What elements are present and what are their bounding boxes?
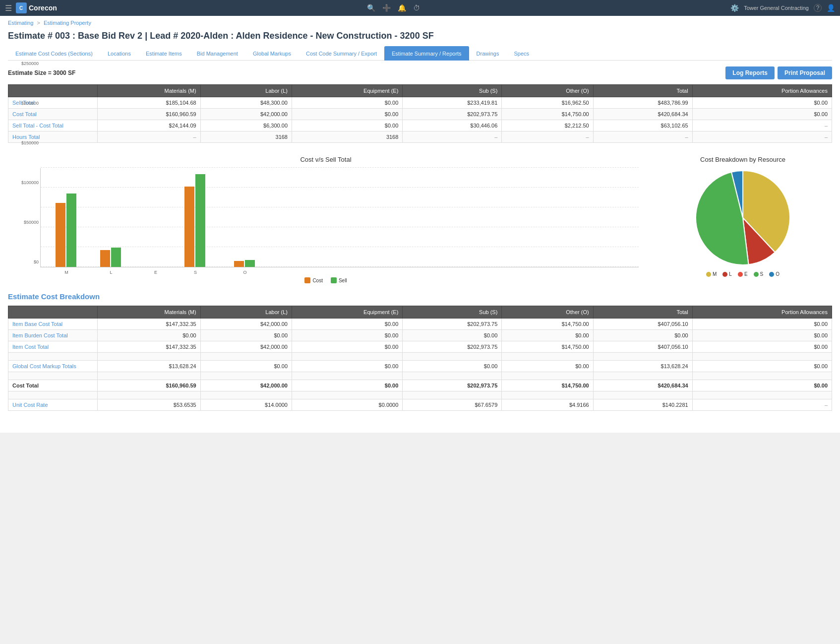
row-value: – [593,131,692,143]
cb-col-header-materials: Materials (M) [98,306,201,319]
legend-sell-label: Sell [339,278,347,283]
cb-row-label: Unit Cost Rate [8,399,98,411]
cb-row-value: $407,056.10 [593,341,692,353]
sell-bar [195,174,205,267]
row-value: $160,960.59 [98,109,201,120]
clock-icon[interactable]: ⏱ [413,4,420,12]
tab-cost-code-summary[interactable]: Cost Code Summary / Export [299,46,384,61]
breadcrumb-estimating[interactable]: Estimating [8,20,33,26]
cb-row-value: $0.00 [502,361,593,372]
tab-global-markups[interactable]: Global Markups [245,46,299,61]
cb-row-value: $0.00 [692,319,832,330]
tab-estimate-cost-codes[interactable]: Estimate Cost Codes (Sections) [8,46,100,61]
cb-row-label: Item Burden Cost Total [8,330,98,341]
cb-row-value: $14.0000 [200,399,292,411]
tab-specs[interactable]: Specs [506,46,537,61]
pie-legend-item: E [738,271,748,277]
svg-text:C: C [19,5,23,11]
cb-col-header-label [8,306,98,319]
logo-icon: C [16,2,27,13]
summary-table-header-row: Materials (M) Labor (L) Equipment (E) Su… [8,85,832,97]
cb-col-header-sub: Sub (S) [403,306,502,319]
bar-y-label: $50000 [24,220,39,225]
cb-row-value: $0.00 [593,330,692,341]
tab-locations[interactable]: Locations [100,46,138,61]
cb-row-value: $67.6579 [403,399,502,411]
sell-bar [111,248,121,267]
row-value: – [403,131,502,143]
cb-row-label: Item Cost Total [8,341,98,353]
action-buttons: Log Reports Print Proposal [725,66,832,79]
row-value: $0.00 [292,109,403,120]
cost-breakdown-row: Cost Total$160,960.59$42,000.00$0.00$202… [8,380,832,391]
settings-icon[interactable]: ⚙️ [730,4,739,12]
cb-row-value: $0.00 [200,330,292,341]
log-reports-button[interactable]: Log Reports [725,66,775,79]
cb-row-value: $140.2281 [593,399,692,411]
add-icon[interactable]: ➕ [382,4,391,12]
pie-legend-item: S [754,271,764,277]
bar-y-label: $200000 [21,101,39,106]
cost-bar [184,187,194,267]
bar-y-label: $250000 [21,61,39,66]
search-icon[interactable]: 🔍 [367,4,375,12]
notification-icon[interactable]: 🔔 [398,4,406,12]
cb-row-value: $420,684.34 [593,380,692,391]
cb-row-value: $407,056.10 [593,319,692,330]
cb-row-value: $0.00 [502,330,593,341]
cb-row-value: $0.00 [403,361,502,372]
print-proposal-button[interactable]: Print Proposal [778,66,832,79]
user-icon[interactable]: 👤 [827,4,835,12]
sell-bar [66,193,76,267]
cost-breakdown-header-row: Materials (M) Labor (L) Equipment (E) Su… [8,306,832,319]
charts-section: Cost v/s Sell Total $250000$200000$15000… [8,151,832,282]
summary-table-row: Sell Total - Cost Total$24,144.09$6,300.… [8,120,832,131]
bar-x-label: L [110,270,112,275]
row-value: $48,300.00 [200,97,292,109]
cost-breakdown-title: Estimate Cost Breakdown [8,292,832,301]
cb-row-value: $202,973.75 [403,341,502,353]
row-label: Cost Total [8,109,98,120]
cb-row-value: $0.00 [692,380,832,391]
cb-row-label: Cost Total [8,380,98,391]
col-header-other: Other (O) [502,85,593,97]
cb-row-value: $147,332.35 [98,319,201,330]
cb-row-value: $160,960.59 [98,380,201,391]
tab-bid-management[interactable]: Bid Management [189,46,245,61]
row-value: $30,446.06 [403,120,502,131]
legend-cost-dot [304,277,310,283]
cb-row-value: $0.00 [292,319,403,330]
row-value: $483,786.99 [593,97,692,109]
cb-row-value: $0.00 [692,330,832,341]
bar-chart: $250000$200000$150000$100000$50000$0MLES… [13,168,639,277]
nav-left: ☰ C Corecon [5,2,57,13]
cb-row-value: $0.00 [692,341,832,353]
summary-table-row: Hours Total–31683168–––– [8,131,832,143]
hamburger-icon[interactable]: ☰ [5,3,12,13]
main-content: Estimating > Estimating Property Estimat… [0,16,840,433]
breadcrumb-estimating-property[interactable]: Estimating Property [44,20,91,26]
pie-chart-svg-wrapper [659,168,827,267]
cb-row-value: $0.00 [292,361,403,372]
col-header-labor: Labor (L) [200,85,292,97]
summary-table-row: Cost Total$160,960.59$42,000.00$0.00$202… [8,109,832,120]
cb-row-value: – [692,399,832,411]
cb-row-value: $4.9166 [502,399,593,411]
cb-col-header-portions: Portion Allowances [692,306,832,319]
cb-row-value: $0.00 [98,330,201,341]
tab-estimate-summary[interactable]: Estimate Summary / Reports [384,46,469,61]
cb-row-value: $42,000.00 [200,341,292,353]
cost-bar [56,203,65,267]
cb-row-label: Item Base Cost Total [8,319,98,330]
cb-row-value: $13,628.24 [98,361,201,372]
tab-drawings[interactable]: Drawings [469,46,507,61]
legend-cost: Cost [304,277,323,283]
pie-chart-svg [693,168,792,267]
row-value: $24,144.09 [98,120,201,131]
tab-estimate-items[interactable]: Estimate Items [138,46,189,61]
col-header-materials: Materials (M) [98,85,201,97]
help-icon[interactable]: ? [814,4,822,12]
sell-bar [245,260,255,267]
pie-legend-item: M [706,271,717,277]
bar-group: L [100,248,122,267]
